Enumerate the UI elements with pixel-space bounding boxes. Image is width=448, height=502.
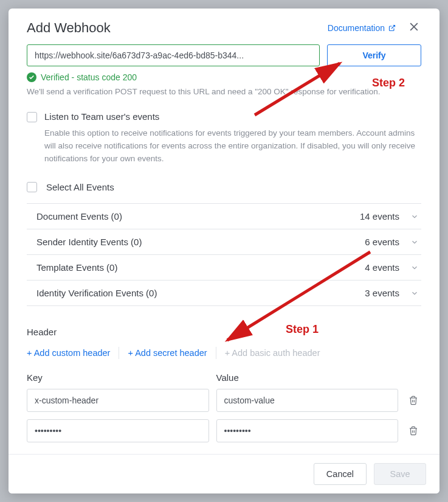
chevron-down-icon <box>410 289 419 298</box>
event-category-count: 14 events <box>360 211 399 221</box>
header-section-label: Header <box>27 327 421 337</box>
svg-line-0 <box>391 25 395 29</box>
key-column-label: Key <box>27 372 209 383</box>
delete-header-button[interactable] <box>405 396 421 405</box>
title-actions: Documentation <box>328 19 421 36</box>
chevron-down-icon <box>410 212 419 221</box>
header-value-input[interactable] <box>216 419 399 442</box>
url-row: Verify <box>27 44 421 66</box>
event-categories: Document Events (0) 14 events Sender Ide… <box>27 203 421 306</box>
add-basic-auth-header-button: + Add basic auth header <box>216 347 329 359</box>
save-button: Save <box>374 463 426 485</box>
team-events-label: Listen to Team user's events <box>44 111 159 122</box>
chevron-down-icon <box>410 263 419 272</box>
trash-icon <box>408 396 418 405</box>
event-category-name: Template Events (0) <box>36 262 117 273</box>
header-row <box>27 419 421 442</box>
trash-icon <box>408 426 418 436</box>
event-category-row[interactable]: Document Events (0) 14 events <box>27 203 421 229</box>
header-row <box>27 389 421 412</box>
documentation-label: Documentation <box>328 23 385 33</box>
webhook-url-input[interactable] <box>27 44 320 66</box>
modal-scroll[interactable]: Add Webhook Documentation Verify <box>9 9 439 454</box>
verify-button[interactable]: Verify <box>327 44 421 66</box>
event-category-count: 6 events <box>365 237 399 247</box>
event-category-count: 4 events <box>365 262 399 273</box>
add-custom-header-button[interactable]: + Add custom header <box>27 347 119 359</box>
chevron-down-icon <box>410 238 419 246</box>
header-buttons: + Add custom header + Add secret header … <box>27 347 421 359</box>
documentation-link[interactable]: Documentation <box>328 23 396 33</box>
close-button[interactable] <box>407 19 421 36</box>
check-circle-icon <box>27 72 36 82</box>
close-icon <box>408 21 420 33</box>
add-webhook-modal: Add Webhook Documentation Verify <box>9 9 439 493</box>
cancel-button[interactable]: Cancel <box>314 463 367 485</box>
event-category-name: Document Events (0) <box>36 211 122 221</box>
modal-footer: Cancel Save <box>9 454 439 493</box>
verified-status: Verified - status code 200 <box>27 72 421 82</box>
event-category-row[interactable]: Template Events (0) 4 events <box>27 254 421 280</box>
team-events-row: Listen to Team user's events <box>27 111 421 122</box>
event-category-count: 3 events <box>365 288 399 298</box>
modal-body: Add Webhook Documentation Verify <box>9 9 439 454</box>
header-value-input[interactable] <box>216 389 399 412</box>
kv-header: Key Value <box>27 372 421 383</box>
event-category-row[interactable]: Sender Identity Events (0) 6 events <box>27 229 421 254</box>
header-key-input[interactable] <box>27 389 209 412</box>
event-category-name: Sender Identity Events (0) <box>36 237 142 247</box>
select-all-row: Select All Events <box>27 181 421 192</box>
team-events-checkbox[interactable] <box>27 112 37 122</box>
select-all-label: Select All Events <box>46 182 114 192</box>
verified-text: Verified - status code 200 <box>41 72 137 82</box>
header-key-input[interactable] <box>27 419 209 442</box>
external-link-icon <box>388 24 396 32</box>
modal-title: Add Webhook <box>27 20 111 36</box>
event-category-row[interactable]: Identity Verification Events (0) 3 event… <box>27 280 421 306</box>
add-secret-header-button[interactable]: + Add secret header <box>119 347 216 359</box>
team-events-desc: Enable this option to receive notificati… <box>44 127 421 166</box>
select-all-checkbox[interactable] <box>27 182 37 192</box>
title-row: Add Webhook Documentation <box>27 19 421 36</box>
delete-header-button[interactable] <box>405 426 421 436</box>
event-category-name: Identity Verification Events (0) <box>36 288 157 298</box>
value-column-label: Value <box>216 372 399 383</box>
header-section: Header + Add custom header + Add secret … <box>27 327 421 442</box>
verify-help-text: We'll send a verification POST request t… <box>27 86 421 98</box>
